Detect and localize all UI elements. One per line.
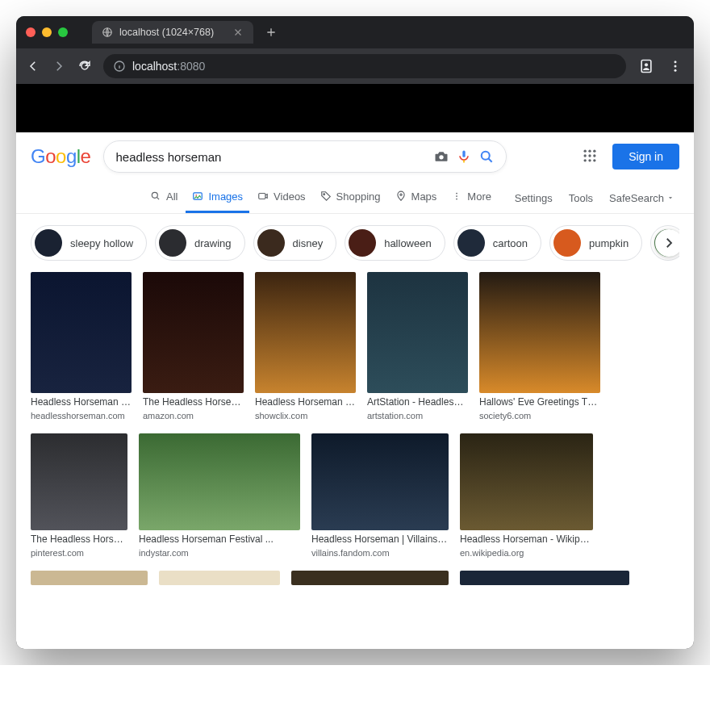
- svg-point-7: [440, 155, 444, 159]
- image-result[interactable]: Headless Horseman Hayri...headlesshorsem…: [31, 272, 132, 420]
- related-chips: sleepy hollowdrawingdisneyhalloweencarto…: [31, 214, 679, 272]
- search-header: Google Sign in: [31, 140, 679, 173]
- image-result[interactable]: ArtStation - Headless hors...artstation.…: [367, 272, 468, 420]
- address-bar[interactable]: localhost:8080: [103, 54, 626, 78]
- settings-link[interactable]: Settings: [515, 192, 553, 204]
- search-tabs: All Images Videos Shopping Maps More: [31, 182, 679, 213]
- search-input[interactable]: [115, 150, 427, 164]
- result-title: The Headless Horsema...: [31, 533, 127, 545]
- result-domain: pinterest.com: [31, 548, 127, 558]
- results-row-1: Headless Horseman Hayri...headlesshorsem…: [31, 272, 679, 420]
- result-domain: villains.fandom.com: [311, 548, 449, 558]
- result-thumb: [139, 433, 300, 530]
- svg-point-15: [593, 154, 595, 157]
- chip-label: drawing: [194, 237, 232, 249]
- forward-button[interactable]: [52, 59, 66, 73]
- svg-point-3: [645, 63, 648, 66]
- results-row-2: The Headless Horsema...pinterest.comHead…: [31, 433, 679, 558]
- sign-in-button[interactable]: Sign in: [612, 144, 679, 169]
- svg-point-11: [589, 150, 591, 153]
- svg-point-14: [589, 154, 591, 157]
- result-title: Headless Horseman Hayri...: [31, 396, 132, 408]
- result-title: Headless Horseman Festival ...: [139, 533, 300, 545]
- result-title: Headless Horseman - Wikipedia: [460, 533, 593, 545]
- result-thumb: [255, 272, 356, 393]
- result-domain: society6.com: [479, 411, 600, 420]
- image-result[interactable]: The Headless Horseman o...amazon.com: [143, 272, 244, 420]
- chip-thumb: [553, 229, 581, 257]
- svg-point-17: [589, 159, 591, 161]
- close-window-button[interactable]: [26, 27, 36, 37]
- chip-label: disney: [293, 237, 324, 249]
- tab-more[interactable]: More: [445, 182, 498, 213]
- images-icon: [192, 190, 204, 203]
- reload-button[interactable]: [77, 59, 92, 73]
- svg-point-16: [584, 159, 587, 161]
- svg-point-10: [584, 150, 587, 153]
- result-title: Hallows' Eve Greetings Throw Blank...: [479, 396, 600, 408]
- account-icon[interactable]: [637, 57, 655, 75]
- page-letterbox: [16, 84, 694, 132]
- site-info-icon[interactable]: [113, 60, 126, 73]
- url-host: localhost:8080: [132, 60, 205, 73]
- svg-point-26: [456, 195, 457, 197]
- back-button[interactable]: [26, 59, 40, 73]
- result-domain: headlesshorseman.com: [31, 411, 132, 420]
- voice-search-icon[interactable]: [456, 149, 472, 165]
- image-result[interactable]: Headless Horseman with H...showclix.com: [255, 272, 356, 420]
- search-icon[interactable]: [478, 149, 495, 165]
- safesearch-dropdown[interactable]: SafeSearch: [609, 192, 674, 204]
- page-content: Google Sign in: [16, 132, 694, 649]
- tab-title: localhost (1024×768): [119, 27, 214, 38]
- image-result[interactable]: Headless Horseman | Villains Wiki ...vil…: [311, 433, 449, 558]
- chip-thumb: [349, 229, 376, 257]
- svg-point-27: [456, 199, 457, 200]
- svg-point-13: [584, 154, 587, 157]
- image-result[interactable]: The Headless Horsema...pinterest.com: [31, 433, 127, 558]
- chip-label: halloween: [384, 237, 432, 249]
- google-apps-icon[interactable]: [582, 148, 599, 165]
- svg-point-23: [323, 194, 324, 195]
- image-result[interactable]: Hallows' Eve Greetings Throw Blank...soc…: [479, 272, 600, 420]
- chip-thumb: [159, 229, 186, 257]
- camera-search-icon[interactable]: [433, 149, 449, 165]
- related-chip[interactable]: halloween: [345, 225, 445, 261]
- related-chip[interactable]: sleepy hollow: [31, 225, 147, 261]
- result-domain: indystar.com: [139, 548, 300, 558]
- shopping-tag-icon: [320, 190, 332, 203]
- related-chip[interactable]: cartoon: [453, 225, 541, 261]
- tab-close-button[interactable]: [232, 27, 244, 38]
- videos-icon: [257, 190, 269, 203]
- image-result[interactable]: Headless Horseman Festival ...indystar.c…: [139, 433, 300, 558]
- browser-tab[interactable]: localhost (1024×768): [92, 21, 253, 44]
- related-chip[interactable]: drawing: [155, 225, 245, 261]
- svg-point-9: [482, 152, 490, 160]
- window-traffic-lights: [26, 27, 68, 37]
- more-dots-icon: [451, 190, 463, 203]
- search-small-icon: [150, 190, 162, 203]
- search-box[interactable]: [103, 140, 507, 173]
- result-domain: showclix.com: [255, 411, 356, 420]
- related-chip[interactable]: pumpkin: [549, 225, 642, 261]
- result-thumb: [479, 272, 600, 393]
- maximize-window-button[interactable]: [58, 27, 68, 37]
- minimize-window-button[interactable]: [42, 27, 52, 37]
- chips-scroll-right-button[interactable]: [655, 229, 679, 257]
- tab-all[interactable]: All: [144, 182, 184, 213]
- chip-thumb: [257, 229, 285, 257]
- browser-menu-button[interactable]: [666, 57, 684, 75]
- image-result[interactable]: Headless Horseman - Wikipediaen.wikipedi…: [460, 433, 593, 558]
- chip-label: sleepy hollow: [70, 237, 133, 249]
- google-logo[interactable]: Google: [31, 145, 90, 168]
- result-domain: amazon.com: [143, 411, 244, 420]
- result-title: ArtStation - Headless hors...: [367, 396, 468, 408]
- svg-rect-8: [463, 151, 466, 157]
- tab-maps[interactable]: Maps: [389, 182, 444, 213]
- tab-videos[interactable]: Videos: [251, 182, 312, 213]
- tab-shopping[interactable]: Shopping: [314, 182, 387, 213]
- related-chip[interactable]: disney: [253, 225, 337, 261]
- tab-images[interactable]: Images: [186, 182, 249, 213]
- tools-link[interactable]: Tools: [569, 192, 593, 204]
- new-tab-button[interactable]: [261, 23, 281, 42]
- chip-label: cartoon: [493, 237, 528, 249]
